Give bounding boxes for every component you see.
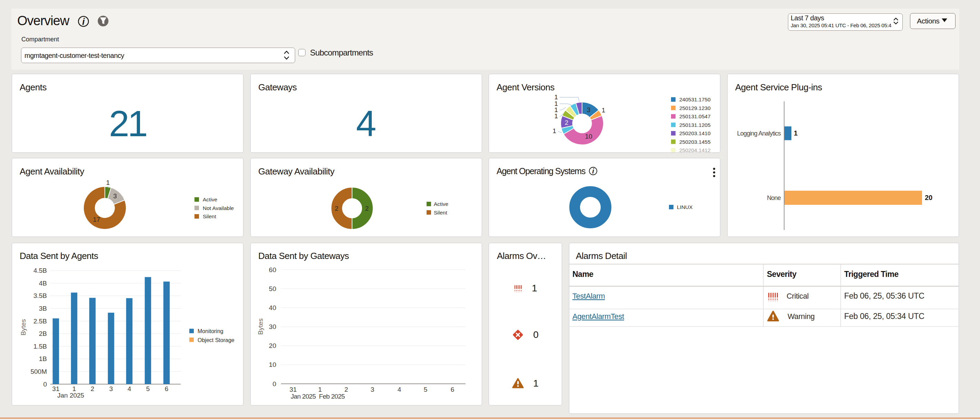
- svg-text:Critical: Critical: [787, 292, 809, 300]
- svg-text:31: 31: [52, 385, 59, 392]
- svg-text:Object Storage: Object Storage: [197, 337, 234, 343]
- svg-text:i: i: [82, 17, 85, 27]
- svg-text:0: 0: [43, 381, 47, 388]
- svg-text:None: None: [767, 194, 781, 201]
- svg-text:500M: 500M: [30, 368, 47, 375]
- svg-text:Jan 2025: Jan 2025: [57, 392, 84, 399]
- svg-text:i: i: [592, 167, 594, 175]
- svg-text:31: 31: [289, 386, 297, 393]
- svg-text:3: 3: [109, 385, 113, 392]
- svg-text:Active: Active: [434, 201, 448, 207]
- svg-text:1: 1: [554, 112, 558, 120]
- svg-text:2: 2: [365, 205, 369, 212]
- svg-text:10: 10: [585, 133, 592, 140]
- svg-text:Feb 2025: Feb 2025: [319, 393, 345, 400]
- svg-text:3: 3: [587, 106, 591, 113]
- svg-text:2: 2: [565, 119, 569, 126]
- svg-text:250204.1412: 250204.1412: [679, 147, 711, 153]
- svg-text:20: 20: [925, 194, 932, 201]
- svg-text:250129.1230: 250129.1230: [679, 105, 711, 111]
- svg-text:Feb 06, 25, 05:36 UTC: Feb 06, 25, 05:36 UTC: [844, 291, 924, 300]
- svg-text:1: 1: [318, 386, 322, 393]
- svg-text:TestAlarm: TestAlarm: [573, 292, 605, 300]
- svg-text:Silent: Silent: [434, 210, 447, 216]
- svg-text:1: 1: [532, 283, 537, 293]
- svg-text:1: 1: [72, 385, 76, 392]
- svg-text:Feb 06, 25, 05:34 UTC: Feb 06, 25, 05:34 UTC: [844, 312, 924, 321]
- svg-text:3: 3: [371, 386, 374, 393]
- svg-text:1: 1: [106, 179, 110, 186]
- svg-text:6: 6: [165, 385, 169, 392]
- svg-text:2: 2: [344, 386, 348, 393]
- svg-text:Warning: Warning: [788, 312, 815, 321]
- svg-text:Monitoring: Monitoring: [197, 328, 223, 334]
- svg-text:1: 1: [794, 129, 798, 137]
- svg-text:1B: 1B: [39, 355, 47, 363]
- svg-text:5: 5: [424, 386, 428, 393]
- svg-text:2: 2: [91, 385, 94, 392]
- svg-text:60: 60: [269, 266, 276, 274]
- svg-text:Severity: Severity: [767, 270, 797, 278]
- svg-text:2.5B: 2.5B: [33, 318, 47, 325]
- svg-text:Bytes: Bytes: [20, 319, 27, 336]
- svg-text:1: 1: [554, 94, 558, 101]
- svg-text:250131.1205: 250131.1205: [679, 122, 711, 128]
- svg-text:40: 40: [269, 304, 276, 311]
- svg-text:Not Available: Not Available: [203, 205, 234, 211]
- svg-text:5: 5: [146, 385, 150, 392]
- svg-text:0: 0: [533, 329, 539, 340]
- svg-text:4B: 4B: [39, 280, 47, 287]
- svg-text:250131.0547: 250131.0547: [679, 113, 711, 119]
- svg-text:LINUX: LINUX: [677, 204, 693, 210]
- svg-text:2B: 2B: [39, 330, 47, 337]
- svg-text:10: 10: [269, 361, 276, 368]
- svg-text:50: 50: [269, 285, 276, 293]
- svg-text:1: 1: [552, 127, 556, 134]
- svg-text:1: 1: [533, 378, 539, 389]
- svg-text:1.5B: 1.5B: [33, 343, 47, 350]
- svg-text:Name: Name: [573, 270, 593, 278]
- svg-text:250203.1455: 250203.1455: [679, 139, 711, 145]
- svg-text:250203.1410: 250203.1410: [679, 130, 711, 136]
- svg-text:17: 17: [93, 216, 100, 223]
- svg-text:Silent: Silent: [203, 213, 216, 219]
- svg-text:Active: Active: [203, 197, 217, 202]
- svg-text:30: 30: [269, 323, 276, 330]
- svg-text:3: 3: [113, 192, 117, 200]
- svg-text:3.5B: 3.5B: [33, 292, 47, 299]
- svg-text:4.5B: 4.5B: [33, 267, 47, 274]
- svg-text:240531.1750: 240531.1750: [679, 97, 711, 102]
- svg-text:0: 0: [272, 380, 276, 388]
- svg-text:20: 20: [269, 342, 276, 349]
- svg-text:4: 4: [127, 385, 131, 392]
- svg-text:Triggered Time: Triggered Time: [844, 270, 898, 278]
- svg-text:6: 6: [451, 386, 455, 393]
- svg-text:4: 4: [398, 386, 401, 393]
- svg-text:2: 2: [335, 205, 339, 212]
- svg-text:Jan 2025: Jan 2025: [291, 393, 316, 400]
- svg-text:3B: 3B: [39, 305, 47, 312]
- svg-text:Bytes: Bytes: [257, 318, 264, 335]
- svg-text:AgentAlarmTest: AgentAlarmTest: [573, 312, 624, 321]
- svg-text:1: 1: [602, 107, 606, 114]
- svg-text:Logging Analytics: Logging Analytics: [737, 130, 781, 137]
